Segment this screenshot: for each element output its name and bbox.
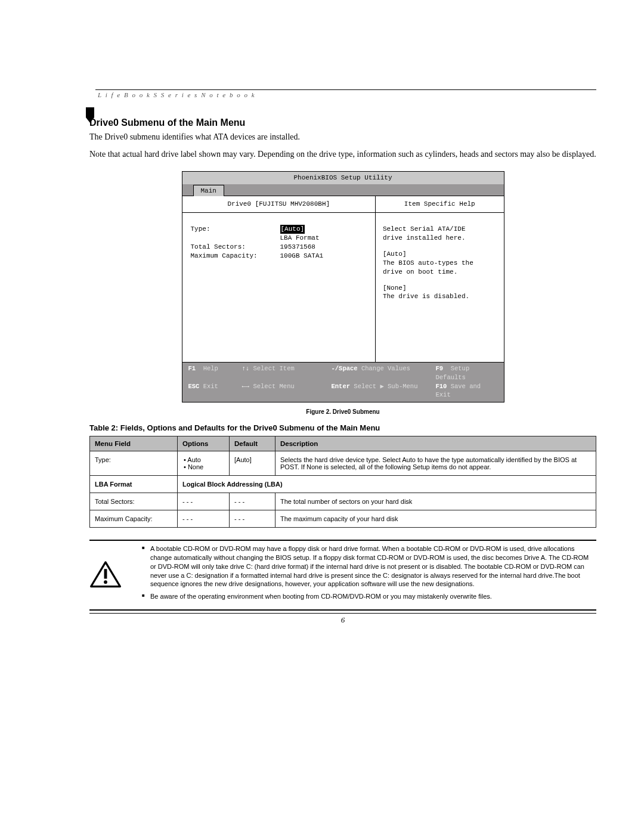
option-none: None <box>184 463 224 470</box>
cell-description: The maximum capacity of your hard disk <box>275 510 596 528</box>
cell-field: Total Sectors: <box>90 493 178 510</box>
cell-description: Selects the hard drive device type. Sele… <box>275 451 596 476</box>
bios-lba-label: LBA Format <box>280 234 320 243</box>
svg-point-2 <box>104 580 107 584</box>
intro-paragraph-1: The Drive0 submenu identifies what ATA d… <box>89 132 596 143</box>
help-line: drive installed here. <box>383 234 497 243</box>
section-title: Drive0 Submenu of the Main Menu <box>89 117 596 128</box>
bios-tab-row: Main <box>182 184 504 196</box>
cell-field: LBA Format <box>90 476 178 493</box>
key-arrows-horizontal: ←→ <box>242 383 250 390</box>
help-line: Select Serial ATA/IDE <box>383 225 497 234</box>
bios-subtitle-left: Drive0 [FUJITSU MHV2080BH] <box>182 196 376 213</box>
bios-type-label: Type: <box>191 225 280 234</box>
bios-fields-panel: Type: [Auto] LBA Format Total Sectors: 1… <box>182 213 376 362</box>
cell-default: - - - <box>230 493 275 510</box>
key-esc: ESC <box>188 383 200 390</box>
cell-options: - - - <box>178 510 230 528</box>
help-line: The BIOS auto-types the <box>383 259 497 268</box>
label-select-item: Select Item <box>253 365 294 372</box>
label-enter: Select ▶ Sub-Menu <box>354 383 417 390</box>
table-row: Maximum Capacity: - - - - - - The maximu… <box>90 510 596 528</box>
bios-type-value: [Auto] <box>280 225 305 234</box>
bios-tab-main: Main <box>193 185 224 197</box>
label-select-menu: Select Menu <box>253 383 294 390</box>
table-title: Table 2: Fields, Options and Defaults fo… <box>89 423 596 432</box>
fields-table: Menu Field Options Default Description T… <box>89 436 596 528</box>
key-space: -/Space <box>332 365 358 372</box>
label-f1: Help <box>203 365 218 372</box>
bios-subtitle-right: Item Specific Help <box>376 196 503 213</box>
help-line: [Auto] <box>383 250 497 259</box>
bios-footer: F1 Help ↑↓ Select Item -/Space Change Va… <box>182 362 504 402</box>
label-change-values: Change Values <box>361 365 410 372</box>
warning-icon <box>89 544 122 605</box>
key-f1: F1 <box>188 365 196 372</box>
th-options: Options <box>178 436 230 451</box>
table-header-row: Menu Field Options Default Description <box>90 436 596 451</box>
key-arrows-vertical: ↑↓ <box>242 365 250 372</box>
warning-box: A bootable CD-ROM or DVD-ROM may have a … <box>89 540 596 611</box>
warning-bullet-2: Be aware of the operating environment wh… <box>142 592 596 601</box>
bios-capacity-value: 100GB SATA1 <box>280 252 324 261</box>
bios-capacity-label: Maximum Capacity: <box>191 252 280 261</box>
key-enter: Enter <box>332 383 351 390</box>
figure-caption: Figure 2. Drive0 Submenu <box>89 408 596 415</box>
cell-field: Maximum Capacity: <box>90 510 178 528</box>
label-esc: Exit <box>203 383 218 390</box>
bios-help-panel: Select Serial ATA/IDE drive installed he… <box>376 213 504 362</box>
running-header: L i f e B o o k S S e r i e s N o t e b … <box>89 91 596 98</box>
help-line: The drive is disabled. <box>383 292 497 301</box>
bios-sectors-label: Total Sectors: <box>191 243 280 252</box>
table-row: Total Sectors: - - - - - - The total num… <box>90 493 596 510</box>
table-row: Type: Auto None [Auto] Selects the hard … <box>90 451 596 476</box>
cell-default: - - - <box>230 510 275 528</box>
intro-paragraph-2: Note that actual hard drive label shown … <box>89 149 596 160</box>
th-description: Description <box>275 436 596 451</box>
cell-options: - - - <box>178 493 230 510</box>
bios-title-bar: PhoenixBIOS Setup Utility <box>182 171 504 184</box>
bios-sectors-value: 195371568 <box>280 243 315 252</box>
table-row: LBA Format Logical Block Addressing (LBA… <box>90 476 596 493</box>
cell-options: Auto None <box>178 451 230 476</box>
warning-bullet-1: A bootable CD-ROM or DVD-ROM may have a … <box>142 544 596 589</box>
svg-rect-1 <box>104 569 107 578</box>
th-menu-field: Menu Field <box>90 436 178 451</box>
key-f10: F10 <box>436 383 447 390</box>
cell-description: Logical Block Addressing (LBA) <box>178 476 596 493</box>
help-line: [None] <box>383 284 497 293</box>
cell-default: [Auto] <box>230 451 275 476</box>
cell-field: Type: <box>90 451 178 476</box>
option-auto: Auto <box>184 456 224 463</box>
bios-screenshot: PhoenixBIOS Setup Utility Main Drive0 [F… <box>182 171 504 402</box>
cell-description: The total number of sectors on your hard… <box>275 493 596 510</box>
th-default: Default <box>230 436 275 451</box>
key-f9: F9 <box>436 365 444 372</box>
help-line: drive on boot time. <box>383 268 497 277</box>
page-number: 6 <box>89 613 596 625</box>
